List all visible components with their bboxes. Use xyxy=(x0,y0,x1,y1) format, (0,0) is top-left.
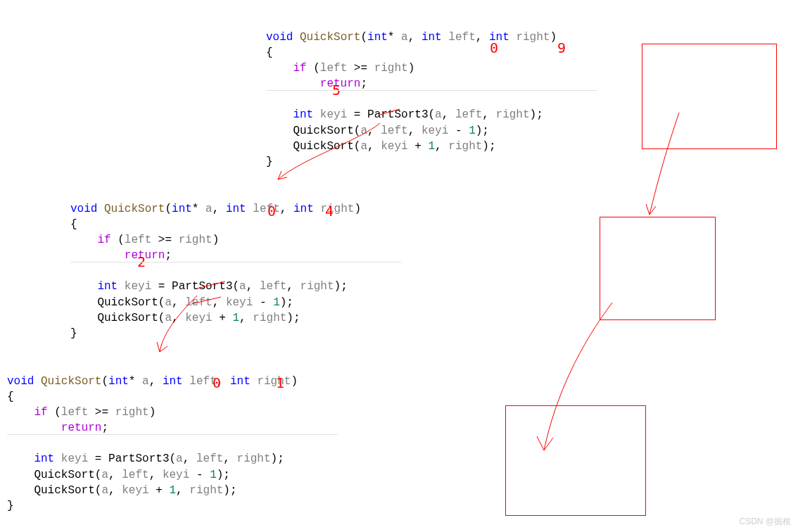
annot-call2-right: 4 xyxy=(325,203,334,220)
divider xyxy=(266,90,597,91)
close-brace: } xyxy=(266,156,273,168)
open-brace: { xyxy=(266,46,273,59)
divider xyxy=(7,434,338,435)
fn-quicksort-call2: QuickSort xyxy=(293,140,353,153)
annot-call3-left: 0 xyxy=(213,374,221,391)
annot-call1-right: 9 xyxy=(557,39,566,56)
code-block-2: void QuickSort(int* a, int left, int rig… xyxy=(70,186,361,341)
kw-void: void xyxy=(266,31,293,44)
annot-call3-right: 1 xyxy=(276,374,284,391)
fn-quicksort: QuickSort xyxy=(300,31,360,44)
stack-frame-box-3 xyxy=(505,405,646,516)
kw-int: int xyxy=(367,31,388,44)
watermark: CSDN @掘根 xyxy=(739,516,791,528)
kw-if: if xyxy=(293,62,306,75)
code-block-1: void QuickSort(int* a, int left, int rig… xyxy=(266,14,557,170)
code-block-3: void QuickSort(int* a, int left, int rig… xyxy=(7,358,298,514)
annot-call2-left: 0 xyxy=(267,203,276,220)
fn-partsort3: PartSort3 xyxy=(367,108,428,121)
fn-quicksort-call1: QuickSort xyxy=(293,125,353,137)
annot-call1-left: 0 xyxy=(490,39,498,56)
stack-frame-box-1 xyxy=(642,44,777,149)
stack-frame-box-2 xyxy=(600,217,716,320)
divider xyxy=(70,262,401,262)
